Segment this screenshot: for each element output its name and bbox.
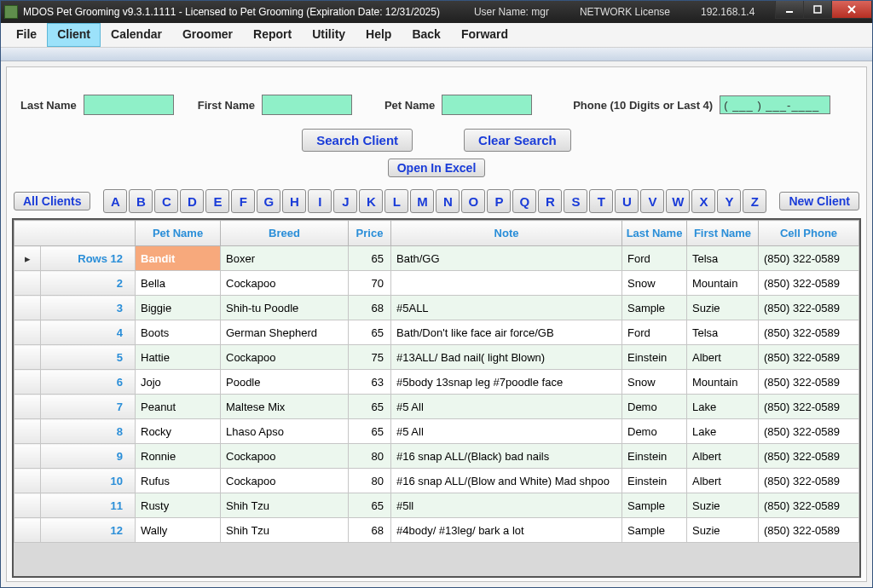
col-header[interactable]: Breed	[221, 221, 349, 246]
letter-x-button[interactable]: X	[691, 189, 715, 213]
note-cell[interactable]: #5ALL	[391, 296, 622, 320]
letter-b-button[interactable]: B	[129, 189, 153, 213]
letter-i-button[interactable]: I	[308, 189, 332, 213]
breed-cell[interactable]: Cockapoo	[221, 345, 349, 370]
breed-cell[interactable]: Maltese Mix	[221, 395, 349, 419]
letter-g-button[interactable]: G	[257, 189, 280, 213]
note-cell[interactable]: #5 All	[391, 419, 622, 444]
maximize-button[interactable]	[803, 1, 832, 19]
letter-m-button[interactable]: M	[410, 189, 434, 213]
price-cell[interactable]: 65	[349, 419, 391, 444]
last-name-cell[interactable]: Einstein	[622, 345, 687, 370]
breed-cell[interactable]: Shih Tzu	[221, 493, 349, 518]
note-cell[interactable]: Bath/Don't like face air force/GB	[391, 320, 622, 345]
pet-name-cell[interactable]: Rufus	[136, 469, 221, 493]
letter-f-button[interactable]: F	[231, 189, 255, 213]
letter-z-button[interactable]: Z	[743, 189, 766, 213]
note-cell[interactable]: #13ALL/ Bad nail( light Blown)	[391, 345, 622, 370]
letter-w-button[interactable]: W	[666, 189, 690, 213]
table-row[interactable]: 5HattieCockapoo75#13ALL/ Bad nail( light…	[14, 345, 859, 370]
pet-name-cell[interactable]: Bandit	[136, 246, 221, 271]
last-name-cell[interactable]: Ford	[622, 246, 687, 271]
breed-cell[interactable]: Shih Tzu	[221, 518, 349, 543]
table-row[interactable]: 7PeanutMaltese Mix65#5 AllDemoLake(850) …	[14, 395, 859, 419]
letter-d-button[interactable]: D	[180, 189, 204, 213]
letter-a-button[interactable]: A	[103, 189, 127, 213]
last-name-cell[interactable]: Sample	[622, 493, 687, 518]
letter-p-button[interactable]: P	[487, 189, 511, 213]
first-name-cell[interactable]: Lake	[687, 395, 759, 419]
all-clients-button[interactable]: All Clients	[14, 192, 90, 210]
col-header[interactable]: Cell Phone	[759, 221, 859, 246]
last-name-cell[interactable]: Demo	[622, 395, 687, 419]
first-name-cell[interactable]: Mountain	[687, 271, 759, 296]
note-cell[interactable]: Bath/GG	[391, 246, 622, 271]
menu-file[interactable]: File	[6, 23, 47, 47]
table-row[interactable]: 11RustyShih Tzu65#5llSampleSuzie(850) 32…	[14, 493, 859, 518]
table-row[interactable]: ▸Rows 12BanditBoxer65Bath/GGFordTelsa(85…	[14, 246, 859, 271]
letter-y-button[interactable]: Y	[717, 189, 741, 213]
last-name-cell[interactable]: Einstein	[622, 469, 687, 493]
first-name-cell[interactable]: Suzie	[687, 296, 759, 320]
note-cell[interactable]: #16 snap ALL/(Black) bad nails	[391, 444, 622, 469]
breed-cell[interactable]: German Shepherd	[221, 320, 349, 345]
table-row[interactable]: 2BellaCockapoo70SnowMountain(850) 322-05…	[14, 271, 859, 296]
letter-e-button[interactable]: E	[205, 189, 229, 213]
cell-phone-cell[interactable]: (850) 322-0589	[759, 370, 859, 395]
pet-name-cell[interactable]: Rusty	[136, 493, 221, 518]
letter-h-button[interactable]: H	[282, 189, 306, 213]
breed-cell[interactable]: Cockapoo	[221, 469, 349, 493]
last-name-input[interactable]	[84, 95, 174, 115]
first-name-cell[interactable]: Albert	[687, 469, 759, 493]
cell-phone-cell[interactable]: (850) 322-0589	[759, 296, 859, 320]
first-name-cell[interactable]: Suzie	[687, 518, 759, 543]
letter-q-button[interactable]: Q	[512, 189, 536, 213]
cell-phone-cell[interactable]: (850) 322-0589	[759, 320, 859, 345]
pet-name-cell[interactable]: Rocky	[136, 419, 221, 444]
price-cell[interactable]: 80	[349, 469, 391, 493]
new-client-button[interactable]: New Client	[779, 192, 859, 210]
first-name-cell[interactable]: Mountain	[687, 370, 759, 395]
breed-cell[interactable]: Lhaso Apso	[221, 419, 349, 444]
letter-t-button[interactable]: T	[589, 189, 613, 213]
open-in-excel-button[interactable]: Open In Excel	[388, 159, 486, 177]
letter-l-button[interactable]: L	[384, 189, 408, 213]
table-row[interactable]: 4BootsGerman Shepherd65Bath/Don't like f…	[14, 320, 859, 345]
first-name-cell[interactable]: Albert	[687, 444, 759, 469]
pet-name-cell[interactable]: Boots	[136, 320, 221, 345]
minimize-button[interactable]	[775, 1, 804, 19]
price-cell[interactable]: 63	[349, 370, 391, 395]
cell-phone-cell[interactable]: (850) 322-0589	[759, 469, 859, 493]
first-name-cell[interactable]: Telsa	[687, 320, 759, 345]
col-header[interactable]: Pet Name	[136, 221, 221, 246]
clear-search-button[interactable]: Clear Search	[464, 129, 571, 152]
pet-name-cell[interactable]: Biggie	[136, 296, 221, 320]
table-row[interactable]: 3BiggieShih-tu Poodle68#5ALLSampleSuzie(…	[14, 296, 859, 320]
cell-phone-cell[interactable]: (850) 322-0589	[759, 271, 859, 296]
search-client-button[interactable]: Search Client	[302, 129, 413, 152]
menu-calendar[interactable]: Calendar	[101, 23, 172, 47]
menu-utility[interactable]: Utility	[302, 23, 356, 47]
cell-phone-cell[interactable]: (850) 322-0589	[759, 345, 859, 370]
letter-v-button[interactable]: V	[640, 189, 664, 213]
table-row[interactable]: 6JojoPoodle63#5body 13snap leg #7poodle …	[14, 370, 859, 395]
note-cell[interactable]: #5ll	[391, 493, 622, 518]
last-name-cell[interactable]: Ford	[622, 320, 687, 345]
note-cell[interactable]: #16 snap ALL/(Blow and White) Mad shpoo	[391, 469, 622, 493]
breed-cell[interactable]: Cockapoo	[221, 271, 349, 296]
price-cell[interactable]: 65	[349, 320, 391, 345]
pet-name-input[interactable]	[442, 95, 532, 115]
menu-client[interactable]: Client	[47, 23, 101, 47]
cell-phone-cell[interactable]: (850) 322-0589	[759, 444, 859, 469]
cell-phone-cell[interactable]: (850) 322-0589	[759, 246, 859, 271]
breed-cell[interactable]: Shih-tu Poodle	[221, 296, 349, 320]
pet-name-cell[interactable]: Bella	[136, 271, 221, 296]
pet-name-cell[interactable]: Peanut	[136, 395, 221, 419]
close-button[interactable]	[831, 1, 872, 19]
price-cell[interactable]: 65	[349, 246, 391, 271]
note-cell[interactable]: #5 All	[391, 395, 622, 419]
col-header[interactable]: Last Name	[622, 221, 687, 246]
first-name-cell[interactable]: Lake	[687, 419, 759, 444]
letter-u-button[interactable]: U	[615, 189, 639, 213]
first-name-cell[interactable]: Suzie	[687, 493, 759, 518]
